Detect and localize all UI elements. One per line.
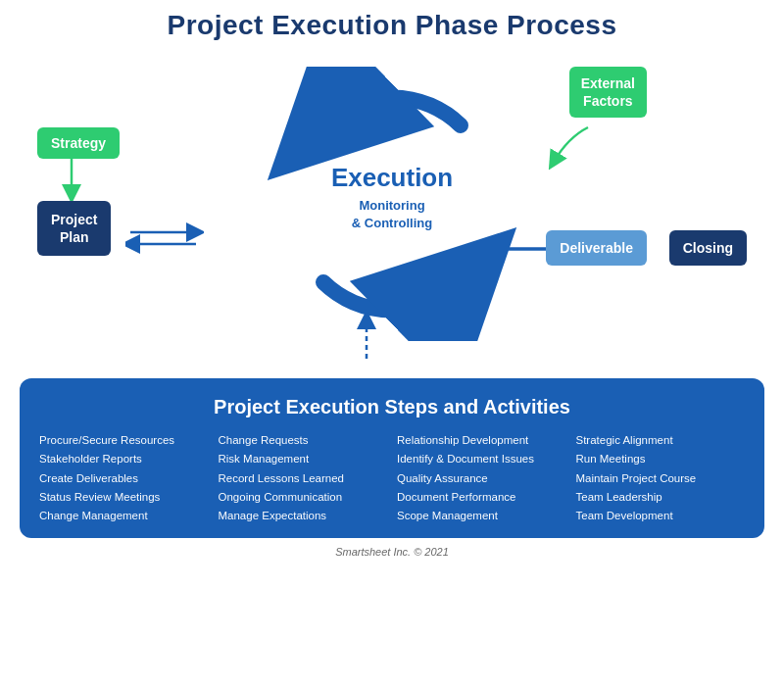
bottom-panel: Project Execution Steps and Activities P… xyxy=(20,378,764,538)
step-item: Ongoing Communication xyxy=(219,489,388,506)
steps-title: Project Execution Steps and Activities xyxy=(39,396,745,418)
strategy-box: Strategy xyxy=(37,127,120,159)
step-item: Strategic Alignment xyxy=(576,432,746,449)
page-title: Project Execution Phase Process xyxy=(20,10,764,41)
monitoring-label: Monitoring& Controlling xyxy=(331,197,453,232)
steps-grid: Procure/Secure ResourcesStakeholder Repo… xyxy=(39,432,745,524)
step-item: Relationship Development xyxy=(397,432,566,449)
external-factors-box: External Factors xyxy=(569,67,647,118)
external-arrow xyxy=(529,118,608,176)
step-item: Identify & Document Issues xyxy=(397,451,566,467)
step-item: Risk Management xyxy=(219,451,388,467)
steps-col-2: Change RequestsRisk ManagementRecord Les… xyxy=(219,432,388,524)
strategy-arrow xyxy=(57,157,86,202)
step-item: Maintain Project Course xyxy=(576,470,746,487)
step-item: Document Performance xyxy=(397,489,566,506)
main-container: Project Execution Phase Process Strategy… xyxy=(0,0,784,687)
step-item: Change Management xyxy=(39,508,209,524)
step-item: Team Leadership xyxy=(576,489,746,506)
deliverable-box: Deliverable xyxy=(546,230,647,266)
steps-col-4: Strategic AlignmentRun MeetingsMaintain … xyxy=(576,432,746,524)
diagram-area: Strategy Project Plan xyxy=(20,49,764,372)
project-plan-box: Project Plan xyxy=(37,201,111,256)
step-item: Run Meetings xyxy=(576,451,746,467)
steps-col-1: Procure/Secure ResourcesStakeholder Repo… xyxy=(39,432,209,524)
step-item: Scope Management xyxy=(397,508,566,524)
step-item: Create Deliverables xyxy=(39,470,209,487)
step-item: Stakeholder Reports xyxy=(39,451,209,467)
step-item: Team Development xyxy=(576,508,746,524)
step-item: Quality Assurance xyxy=(397,470,566,487)
step-item: Change Requests xyxy=(219,432,388,449)
step-item: Manage Expectations xyxy=(219,508,388,524)
step-item: Procure/Secure Resources xyxy=(39,432,209,449)
steps-col-3: Relationship DevelopmentIdentify & Docum… xyxy=(397,432,566,524)
feedback-arrow xyxy=(353,312,380,361)
copyright: Smartsheet Inc. © 2021 xyxy=(20,546,764,558)
step-item: Status Review Meetings xyxy=(39,489,209,506)
double-arrow xyxy=(125,221,204,256)
step-item: Record Lessons Learned xyxy=(219,470,388,487)
execution-center: Execution Monitoring& Controlling xyxy=(331,163,453,232)
closing-box: Closing xyxy=(669,230,747,266)
